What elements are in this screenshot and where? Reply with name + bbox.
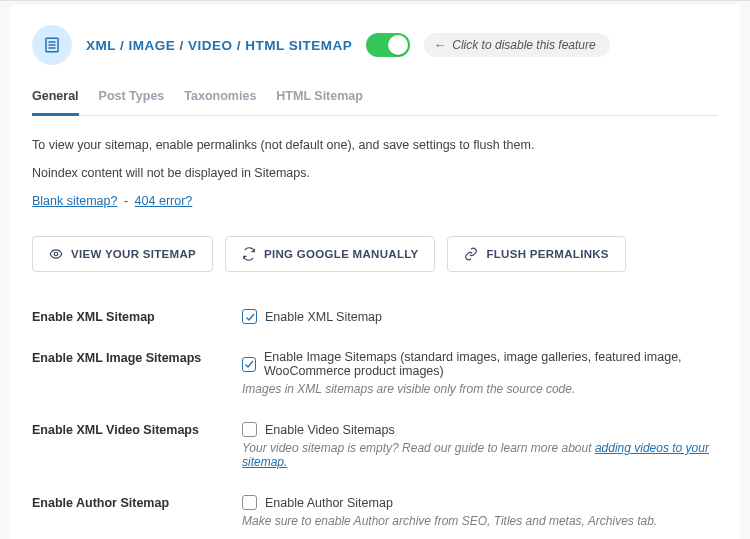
ping-google-label: PING GOOGLE MANUALLY [264, 248, 418, 260]
help-links-row: Blank sitemap? - 404 error? [32, 194, 718, 208]
tab-general[interactable]: General [32, 83, 79, 116]
ping-google-button[interactable]: PING GOOGLE MANUALLY [225, 236, 435, 272]
feature-toggle[interactable] [366, 33, 410, 57]
setting-xml-label: Enable XML Sitemap [32, 309, 242, 324]
setting-video-sitemap: Enable XML Video Sitemaps Enable Video S… [32, 409, 718, 482]
checkbox-author-sitemap[interactable]: Enable Author Sitemap [242, 495, 718, 510]
checkbox-author-text: Enable Author Sitemap [265, 496, 393, 510]
setting-xml-sitemap: Enable XML Sitemap Enable XML Sitemap [32, 296, 718, 337]
checkbox-video-sitemap[interactable]: Enable Video Sitemaps [242, 422, 718, 437]
svg-point-4 [54, 252, 58, 256]
tab-post-types[interactable]: Post Types [99, 83, 165, 116]
setting-author-label: Enable Author Sitemap [32, 495, 242, 510]
info-line-1: To view your sitemap, enable permalinks … [32, 138, 718, 152]
checkbox-video-text: Enable Video Sitemaps [265, 423, 395, 437]
checkbox-icon [242, 422, 257, 437]
help-image-sitemap: Images in XML sitemaps are visible only … [242, 382, 718, 396]
tab-html-sitemap[interactable]: HTML Sitemap [276, 83, 363, 116]
disable-hint-text: Click to disable this feature [452, 38, 595, 52]
view-sitemap-label: VIEW YOUR SITEMAP [71, 248, 196, 260]
checkbox-image-text: Enable Image Sitemaps (standard images, … [264, 350, 718, 378]
setting-video-label: Enable XML Video Sitemaps [32, 422, 242, 437]
checkbox-icon [242, 357, 256, 372]
checkbox-icon [242, 495, 257, 510]
tabs: General Post Types Taxonomies HTML Sitem… [32, 83, 718, 116]
setting-image-sitemap: Enable XML Image Sitemaps Enable Image S… [32, 337, 718, 409]
panel-header: XML / IMAGE / VIDEO / HTML SITEMAP ← Cli… [32, 25, 718, 65]
checkbox-xml-sitemap[interactable]: Enable XML Sitemap [242, 309, 718, 324]
arrow-left-icon: ← [434, 38, 446, 52]
disable-hint-pill: ← Click to disable this feature [424, 33, 609, 57]
help-author-sitemap: Make sure to enable Author archive from … [242, 514, 718, 528]
links-separator: - [124, 194, 128, 208]
checkbox-image-sitemap[interactable]: Enable Image Sitemaps (standard images, … [242, 350, 718, 378]
setting-image-label: Enable XML Image Sitemaps [32, 350, 242, 365]
sitemap-settings-panel: XML / IMAGE / VIDEO / HTML SITEMAP ← Cli… [10, 5, 740, 539]
info-line-2: Noindex content will not be displayed in… [32, 166, 718, 180]
info-block: To view your sitemap, enable permalinks … [32, 116, 718, 214]
help-video-sitemap: Your video sitemap is empty? Read our gu… [242, 441, 718, 469]
flush-permalinks-label: FLUSH PERMALINKS [486, 248, 608, 260]
sitemap-icon [32, 25, 72, 65]
link-blank-sitemap[interactable]: Blank sitemap? [32, 194, 117, 208]
checkbox-icon [242, 309, 257, 324]
link-404-error[interactable]: 404 error? [135, 194, 193, 208]
flush-permalinks-button[interactable]: FLUSH PERMALINKS [447, 236, 625, 272]
view-sitemap-button[interactable]: VIEW YOUR SITEMAP [32, 236, 213, 272]
action-buttons: VIEW YOUR SITEMAP PING GOOGLE MANUALLY F… [32, 236, 718, 272]
refresh-icon [242, 247, 256, 261]
toggle-knob [388, 35, 408, 55]
eye-icon [49, 247, 63, 261]
checkbox-xml-text: Enable XML Sitemap [265, 310, 382, 324]
link-icon [464, 247, 478, 261]
tab-taxonomies[interactable]: Taxonomies [184, 83, 256, 116]
panel-title: XML / IMAGE / VIDEO / HTML SITEMAP [86, 38, 352, 53]
setting-author-sitemap: Enable Author Sitemap Enable Author Site… [32, 482, 718, 539]
